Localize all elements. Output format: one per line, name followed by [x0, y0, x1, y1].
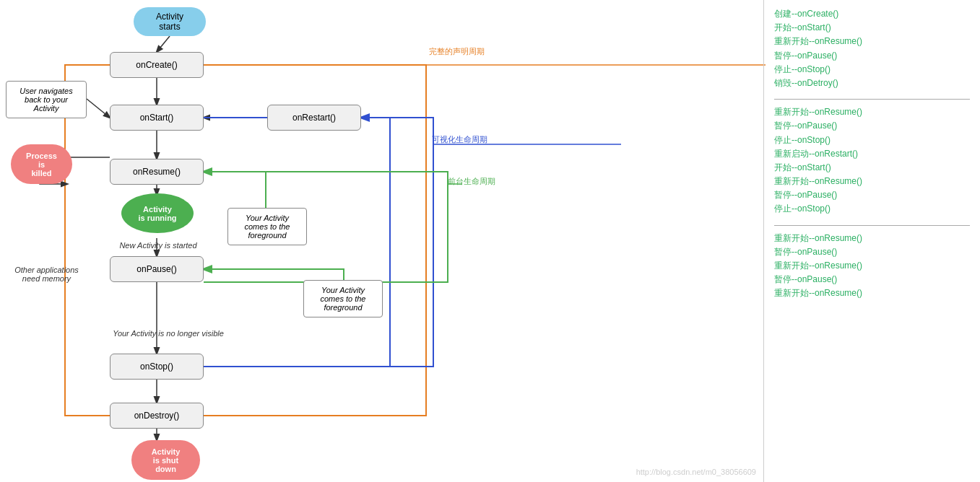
- onstop-node: onStop(): [110, 354, 204, 380]
- onstart-node: onStart(): [110, 105, 204, 131]
- activity-running-node: Activityis running: [121, 193, 194, 233]
- panel-item-2-2: 暂停--onPause(): [774, 119, 970, 133]
- panel-item-3-5: 重新开始--onResume(): [774, 286, 970, 300]
- panel-item-3-1: 重新开始--onResume(): [774, 232, 970, 245]
- oncreate-node: onCreate(): [110, 52, 204, 78]
- kehua-label: 可视化生命周期: [432, 134, 487, 145]
- panel-item-2-4: 重新启动--onRestart(): [774, 147, 970, 161]
- panel-item-2-3: 停止--onStop(): [774, 133, 970, 147]
- panel-item-2-7: 暂停--onPause(): [774, 188, 970, 202]
- activity-starts-node: Activitystarts: [134, 7, 206, 36]
- user-navigates-back-label: User navigatesback to yourActivity: [6, 81, 87, 118]
- watermark: http://blog.csdn.net/m0_38056609: [636, 468, 756, 476]
- panel-item-2-8: 停止--onStop(): [774, 202, 970, 216]
- panel-item-3-2: 暂停--onPause(): [774, 245, 970, 259]
- main-container: Activitystarts onCreate() onStart() onRe…: [0, 0, 980, 482]
- panel-item-2-1: 重新开始--onResume(): [774, 105, 970, 119]
- panel-section-foreground: 重新开始--onResume() 暂停--onPause() 重新开始--onR…: [774, 232, 970, 301]
- process-killed-node: Processiskilled: [11, 144, 72, 184]
- your-activity-foreground2-label: Your Activitycomes to theforeground: [303, 280, 383, 317]
- panel-item-3-4: 暂停--onPause(): [774, 273, 970, 286]
- qiantai-label: 前台生命周期: [448, 176, 495, 187]
- svg-line-0: [157, 36, 170, 52]
- other-apps-memory-label: Other applicationsneed memory: [1, 258, 92, 290]
- new-activity-started-label: New Activity is started: [105, 237, 212, 254]
- ondestroy-node: onDestroy(): [110, 403, 204, 429]
- your-activity-foreground1-label: Your Activitycomes to theforeground: [227, 208, 307, 245]
- no-longer-visible-label: Your Activity is no longer visible: [100, 325, 237, 342]
- panel-section-visible: 重新开始--onResume() 暂停--onPause() 停止--onSto…: [774, 105, 970, 216]
- activity-shutdown-node: Activityis shutdown: [131, 440, 200, 480]
- panel-item-1-5: 停止--onStop(): [774, 63, 970, 76]
- divider-1: [774, 99, 970, 100]
- right-panel: 创建--onCreate() 开始--onStart() 重新开始--onRes…: [763, 0, 980, 482]
- panel-section-complete: 创建--onCreate() 开始--onStart() 重新开始--onRes…: [774, 7, 970, 90]
- panel-item-2-5: 开始--onStart(): [774, 161, 970, 175]
- onrestart-node: onRestart(): [267, 105, 361, 131]
- panel-item-3-3: 重新开始--onResume(): [774, 259, 970, 273]
- wanzheng-label: 完整的声明周期: [429, 46, 485, 57]
- panel-item-1-4: 暂停--onPause(): [774, 49, 970, 63]
- panel-item-1-6: 销毁--onDetroy(): [774, 76, 970, 90]
- panel-item-1-1: 创建--onCreate(): [774, 7, 970, 21]
- onresume-node: onResume(): [110, 159, 204, 185]
- panel-item-2-6: 重新开始--onResume(): [774, 175, 970, 188]
- divider-2: [774, 225, 970, 226]
- panel-item-1-2: 开始--onStart(): [774, 21, 970, 35]
- onpause-node: onPause(): [110, 256, 204, 282]
- panel-item-1-3: 重新开始--onResume(): [774, 35, 970, 48]
